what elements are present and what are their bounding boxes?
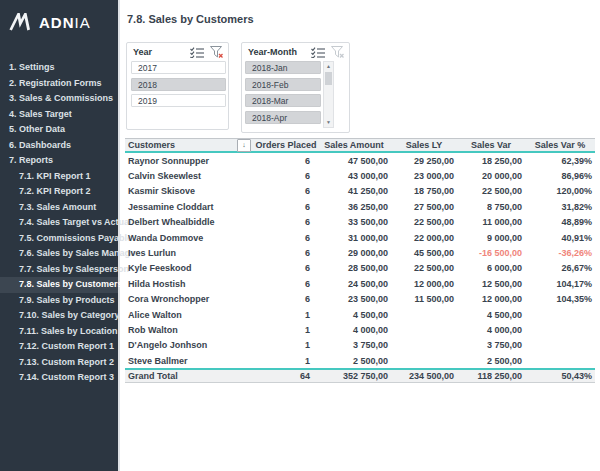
cell-sales-amount: 36 250,00: [317, 202, 391, 212]
page-title: 7.8. Sales by Customers: [127, 13, 254, 25]
year-month-slicer-title: Year-Month: [248, 47, 311, 57]
cell-customer: Calvin Skeewlest: [125, 171, 255, 181]
table-row: Kyle Feeskood 6 28 500,00 22 500,00 6 00…: [125, 261, 595, 276]
multi-select-icon[interactable]: [190, 47, 204, 58]
cell-sales-var: 3 750,00: [457, 340, 525, 350]
cell-sales-ly: 12 000,00: [391, 279, 457, 289]
sidebar-item[interactable]: 2. Registration Forms: [0, 76, 118, 92]
slicer-item[interactable]: 2018-Mar: [245, 94, 321, 107]
sidebar-item[interactable]: 7.5. Commissions Payable: [0, 231, 118, 247]
adnia-logo-icon: [9, 13, 33, 31]
scrollbar-thumb[interactable]: [325, 72, 332, 85]
cell-orders: 6: [255, 156, 317, 166]
scroll-up-arrow[interactable]: ▲: [324, 62, 333, 71]
sidebar-item[interactable]: 7. Reports: [0, 153, 118, 169]
table-row: Hilda Hostish 6 24 500,00 12 000,00 12 5…: [125, 276, 595, 291]
slicer-item[interactable]: 2017: [131, 61, 226, 74]
year-month-slicer-header: Year-Month: [242, 43, 349, 61]
total-sales-amount: 352 750,00: [317, 371, 391, 381]
table-row: Jessamine Cloddart 6 36 250,00 27 500,00…: [125, 199, 595, 214]
clear-filter-icon[interactable]: [210, 46, 223, 58]
slicer-item[interactable]: 2018-Feb: [245, 78, 321, 91]
slicer-item[interactable]: 2018-Apr: [245, 111, 321, 124]
table-row: D'Angelo Jonhson 1 3 750,00 3 750,00: [125, 338, 595, 353]
cell-sales-amount: 41 250,00: [317, 186, 391, 196]
sidebar-item[interactable]: 1. Settings: [0, 60, 118, 76]
cell-sales-amount: 28 500,00: [317, 263, 391, 273]
column-header-sales-ly: Sales LY: [391, 140, 457, 150]
cell-sales-ly: 22 000,00: [391, 233, 457, 243]
sidebar-item[interactable]: 7.14. Custom Report 3: [0, 370, 118, 386]
sidebar-item[interactable]: 7.8. Sales by Customers: [0, 277, 118, 293]
total-sales-var: 118 250,00: [457, 371, 525, 381]
slicer-item[interactable]: 2018-Jan: [245, 61, 321, 74]
year-slicer: Year 2017 2018 2019: [126, 42, 229, 130]
slicer-item[interactable]: 2019: [131, 94, 226, 107]
slicer-scrollbar[interactable]: ▲ ▼: [323, 61, 334, 128]
cell-orders: 1: [255, 356, 317, 366]
sidebar-item[interactable]: 7.3. Sales Amount: [0, 200, 118, 216]
cell-sales-var: 4 500,00: [457, 310, 525, 320]
table-row: Raynor Sonnupper 6 47 500,00 29 250,00 1…: [125, 153, 595, 168]
table-row: Ives Lurlun 6 29 000,00 45 500,00 -16 50…: [125, 245, 595, 260]
year-slicer-title: Year: [133, 47, 190, 57]
cell-sales-amount: 47 500,00: [317, 156, 391, 166]
sort-filter-button[interactable]: ↓: [237, 139, 251, 152]
table-row: Steve Ballmer 1 2 500,00 2 500,00: [125, 353, 595, 368]
sidebar-item[interactable]: 4. Sales Target: [0, 107, 118, 123]
sidebar-item[interactable]: 7.2. KPI Report 2: [0, 184, 118, 200]
table-row: Delbert Whealbiddle 6 33 500,00 22 500,0…: [125, 215, 595, 230]
cell-orders: 6: [255, 233, 317, 243]
sales-by-customers-table: Customers ↓ Orders Placed Sales Amount S…: [125, 138, 595, 383]
scroll-down-arrow[interactable]: ▼: [324, 118, 333, 127]
cell-customer: Delbert Whealbiddle: [125, 217, 255, 227]
cell-sales-var: 9 000,00: [457, 233, 525, 243]
cell-sales-ly: 29 250,00: [391, 156, 457, 166]
cell-sales-var: 4 000,00: [457, 325, 525, 335]
slicer-item[interactable]: 2018: [131, 78, 226, 91]
total-sales-var-pct: 50,43%: [525, 371, 595, 381]
cell-sales-var-pct: 40,91%: [525, 233, 595, 243]
cell-sales-var-pct: 104,17%: [525, 279, 595, 289]
table-row: Cora Wronchopper 6 23 500,00 11 500,00 1…: [125, 292, 595, 307]
cell-sales-var-pct: -36,26%: [525, 248, 595, 258]
sidebar-item[interactable]: 3. Sales & Commissions: [0, 91, 118, 107]
table-row: Kasmir Skisove 6 41 250,00 18 750,00 22 …: [125, 184, 595, 199]
sidebar-item[interactable]: 6. Dashboards: [0, 138, 118, 154]
cell-customer: Alice Walton: [125, 310, 255, 320]
cell-sales-var-pct: 48,89%: [525, 217, 595, 227]
sidebar-item[interactable]: 7.11. Sales by Location: [0, 324, 118, 340]
cell-customer: Hilda Hostish: [125, 279, 255, 289]
cell-orders: 6: [255, 171, 317, 181]
column-header-customers: Customers ↓: [125, 139, 255, 152]
cell-sales-var: 22 500,00: [457, 186, 525, 196]
cell-sales-ly: 45 500,00: [391, 248, 457, 258]
cell-customer: Wanda Dommove: [125, 233, 255, 243]
sidebar-item[interactable]: 5. Other Data: [0, 122, 118, 138]
sidebar-item[interactable]: 7.4. Sales Target vs Actual: [0, 215, 118, 231]
cell-sales-var-pct: 120,00%: [525, 186, 595, 196]
cell-sales-ly: 22 500,00: [391, 263, 457, 273]
cell-sales-ly: 22 500,00: [391, 217, 457, 227]
sidebar-item[interactable]: 7.1. KPI Report 1: [0, 169, 118, 185]
cell-orders: 1: [255, 310, 317, 320]
cell-customer: Raynor Sonnupper: [125, 156, 255, 166]
year-month-slicer: Year-Month 2018-Jan 2018-Feb 2018-Mar 20: [241, 42, 350, 133]
cell-sales-var-pct: 26,67%: [525, 263, 595, 273]
sidebar-item[interactable]: 7.7. Sales by Salesperson: [0, 262, 118, 278]
sidebar-item[interactable]: 7.12. Custom Report 1: [0, 339, 118, 355]
clear-filter-icon-disabled[interactable]: [331, 46, 344, 58]
column-header-sales-var-pct: Sales Var %: [525, 140, 595, 150]
cell-customer: Rob Walton: [125, 325, 255, 335]
cell-customer: Cora Wronchopper: [125, 294, 255, 304]
grand-total-row: Grand Total 64 352 750,00 234 500,00 118…: [125, 368, 595, 383]
sidebar-item[interactable]: 7.10. Sales by Category: [0, 308, 118, 324]
sidebar-item[interactable]: 7.13. Custom Report 2: [0, 355, 118, 371]
cell-customer: D'Angelo Jonhson: [125, 340, 255, 350]
cell-customer: Jessamine Cloddart: [125, 202, 255, 212]
sidebar-item[interactable]: 7.6. Sales by Sales Manager: [0, 246, 118, 262]
table-row: Rob Walton 1 4 000,00 4 000,00: [125, 322, 595, 337]
cell-sales-amount: 43 000,00: [317, 171, 391, 181]
sidebar-item[interactable]: 7.9. Sales by Products: [0, 293, 118, 309]
multi-select-icon[interactable]: [311, 47, 325, 58]
